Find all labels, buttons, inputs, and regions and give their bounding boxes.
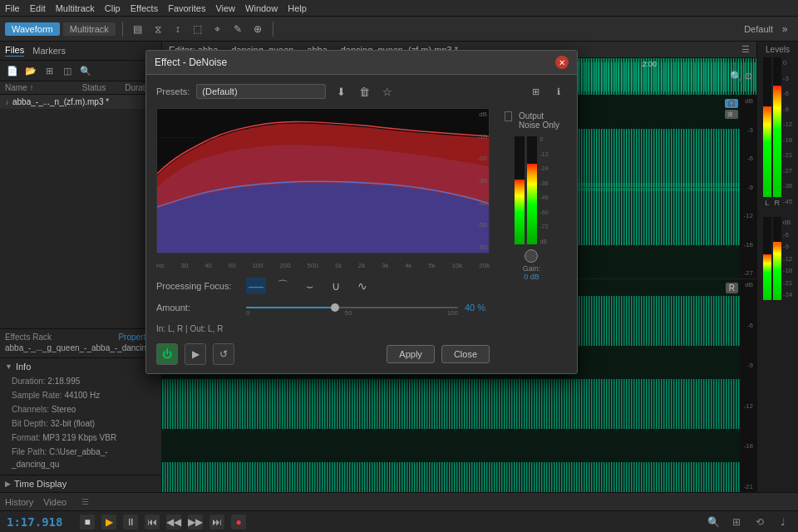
menu-file[interactable]: File [5, 3, 20, 13]
metronome-icon[interactable]: ♩ [775, 514, 791, 530]
channel-r-icon[interactable]: R [726, 283, 738, 293]
new-file-icon[interactable]: 📄 [5, 63, 20, 78]
rewind-button[interactable]: ◀◀ [166, 515, 181, 530]
toolbar-icon-2[interactable]: ⧖ [150, 21, 166, 37]
info-toggle[interactable]: ▼ Info [5, 362, 156, 372]
denoise-dialog: Effect - DeNoise ✕ Presets: (Default) ⬇ … [145, 50, 578, 374]
favorite-preset-icon[interactable]: ☆ [379, 83, 396, 100]
overview-settings-icon[interactable]: ⚙ [744, 71, 753, 82]
toolbar-expand-icon[interactable]: » [776, 21, 793, 37]
toolbar-divider-2 [273, 22, 273, 37]
file-list-item[interactable]: ♪ abba_-_..._n_(zf.m).mp3 * [0, 95, 161, 109]
close-button[interactable]: Close [441, 345, 490, 363]
level-bar-container-l2 [763, 217, 771, 300]
eq-graph: dB -10 -20 -30 -40 -50 -60 [156, 108, 490, 254]
menu-clip[interactable]: Clip [105, 3, 121, 13]
settings-icon[interactable]: ⊞ [527, 83, 544, 100]
multitrack-mode-button[interactable]: Multitrack [63, 22, 116, 36]
menu-window[interactable]: Window [245, 3, 278, 13]
save-preset-icon[interactable]: ⬇ [332, 83, 349, 100]
selection-icon[interactable]: ⬚ [190, 21, 206, 37]
slider-ticks: 0 50 100 [246, 309, 458, 317]
presets-label: Presets: [156, 86, 190, 96]
menu-help[interactable]: Help [288, 3, 307, 13]
focus-flat-icon[interactable]: — [246, 278, 266, 294]
focus-curve2-icon[interactable]: ⌣ [299, 278, 319, 294]
amount-slider[interactable]: 0 50 100 [246, 299, 458, 316]
info-section: ▼ Info Duration: 2:18.995 Sample Rate: 4… [0, 357, 161, 475]
info-format-row: Format: MP3 219 Kbps VBR [5, 431, 156, 445]
overview-zoom-in-icon[interactable]: 🔍 [730, 71, 742, 82]
pause-button[interactable]: ⏸ [123, 515, 138, 530]
editor-menu-icon[interactable]: ☰ [741, 44, 750, 55]
file-search-icon[interactable]: 🔍 [78, 63, 93, 78]
time-marker-label: 2:00 [642, 60, 657, 68]
time-display-toggle[interactable]: ▶ Time Display [0, 475, 161, 492]
file-view-icon[interactable]: ◫ [60, 63, 75, 78]
waveform-db-axis: dB -3 -6 -9 -12 -18 -27 [738, 96, 755, 278]
cursor-tool-icon[interactable]: ↕ [170, 21, 186, 37]
toolbar-icon-1[interactable]: ▤ [130, 21, 146, 37]
open-file-icon[interactable]: 📂 [23, 63, 38, 78]
gain-db-value: 0 dB [524, 273, 539, 281]
snap-icon[interactable]: ⊞ [728, 514, 745, 530]
goto-end-button[interactable]: ⏭ [209, 515, 224, 530]
menu-view[interactable]: View [215, 3, 235, 13]
level-meter-l2 [763, 217, 771, 317]
tab-history[interactable]: History [5, 497, 33, 507]
file-list-header: Name ↑ Status Duration [0, 81, 161, 95]
waveform-mode-button[interactable]: Waveform [5, 22, 60, 36]
channel-l-icon[interactable]: 🎧 [725, 99, 738, 108]
menu-effects[interactable]: Effects [131, 3, 158, 13]
dialog-close-button[interactable]: ✕ [555, 56, 569, 69]
level-scale: 0 -3 -6 -9 -12 -18 -21 -27 -36 -45 [783, 57, 793, 207]
focus-curve1-icon[interactable]: ⌒ [273, 278, 293, 294]
file-options-icon[interactable]: ⊞ [42, 63, 57, 78]
play-button[interactable]: ▶ [101, 515, 116, 530]
samplerate-value: 44100 Hz [64, 391, 100, 400]
output-noise-checkbox[interactable] [505, 111, 512, 121]
channels-label: Channels: [12, 405, 49, 414]
level-bar-container-l [763, 57, 771, 197]
bottom-transport-bar: 1:17.918 ■ ▶ ⏸ ⏮ ◀◀ ▶▶ ⏭ ● 🔍 ⊞ ⟲ ♩ [0, 510, 798, 532]
zoom-tool-icon[interactable]: 🔍 [705, 514, 722, 530]
lasso-icon[interactable]: ⌖ [209, 21, 226, 37]
level-meters-2: dB -6 -9 -12 -18 -21 -24 [763, 217, 793, 317]
channel-m-icon[interactable]: ⊞ [725, 110, 738, 119]
delete-preset-icon[interactable]: 🗑 [356, 83, 372, 100]
zoom-icon[interactable]: ⊕ [249, 21, 266, 37]
fast-forward-button[interactable]: ▶▶ [188, 515, 203, 530]
goto-start-button[interactable]: ⏮ [145, 515, 160, 530]
record-button[interactable]: ● [231, 515, 246, 530]
format-value: MP3 219 Kbps VBR [42, 433, 116, 442]
menu-edit[interactable]: Edit [30, 3, 46, 13]
gain-meter-area: 0 -12 -24 -36 -48 -60 -72 dB Ga [496, 136, 567, 281]
tab-files[interactable]: Files [5, 45, 24, 57]
gain-meter-display: 0 -12 -24 -36 -48 -60 -72 dB [515, 136, 548, 244]
gain-knob[interactable] [525, 249, 538, 263]
menu-multitrack[interactable]: Multitrack [56, 3, 95, 13]
dialog-titlebar[interactable]: Effect - DeNoise ✕ [146, 51, 577, 75]
level-meter-r2 [773, 217, 781, 317]
levels-title: Levels [766, 45, 790, 54]
info-icon[interactable]: ℹ [550, 83, 567, 100]
amount-label: Amount: [156, 303, 239, 313]
level-bar-r2 [773, 242, 781, 300]
focus-wave-icon[interactable]: ∿ [352, 278, 372, 294]
apply-button[interactable]: Apply [387, 345, 435, 363]
dialog-loop-button[interactable]: ↺ [213, 343, 234, 365]
power-button[interactable]: ⏻ [156, 343, 178, 365]
brush-icon[interactable]: ✎ [229, 21, 246, 37]
tab-markers[interactable]: Markers [32, 46, 66, 57]
focus-valley-icon[interactable]: ∪ [326, 278, 346, 294]
dialog-play-button[interactable]: ▶ [185, 343, 206, 365]
tab-video[interactable]: Video [43, 497, 66, 507]
stop-button[interactable]: ■ [80, 515, 95, 530]
presets-row: Presets: (Default) ⬇ 🗑 ☆ ⊞ ℹ [156, 83, 567, 100]
menu-favorites[interactable]: Favorites [168, 3, 205, 13]
bottom-panel-menu-icon[interactable]: ☰ [76, 494, 93, 510]
presets-select[interactable]: (Default) [196, 84, 326, 99]
loop-icon[interactable]: ⟲ [751, 514, 768, 530]
channel-controls: 🎧 ⊞ [725, 99, 738, 119]
level-label-r: R [774, 199, 780, 207]
